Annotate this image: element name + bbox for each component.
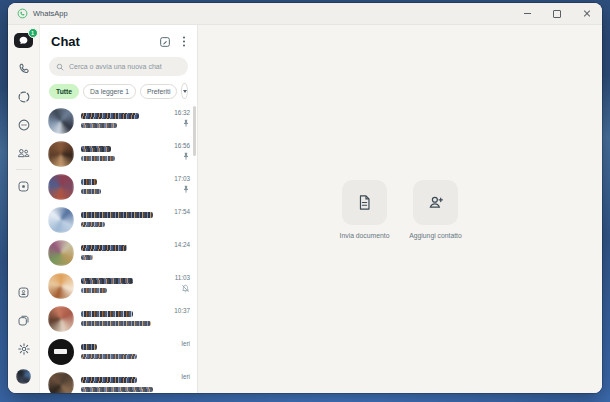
menu-icon[interactable] bbox=[182, 35, 186, 48]
chat-timestamp: 14:24 bbox=[174, 241, 190, 248]
meta-ai-icon bbox=[17, 180, 30, 193]
status-icon bbox=[17, 90, 31, 104]
nav-calls[interactable] bbox=[13, 60, 35, 77]
page-title: Chat bbox=[51, 34, 159, 49]
chat-name-redacted bbox=[81, 278, 133, 284]
search-icon bbox=[56, 63, 64, 71]
nav-rail: 1 bbox=[8, 25, 40, 393]
minimize-icon bbox=[524, 13, 531, 14]
chat-avatar bbox=[48, 372, 74, 394]
filter-all[interactable]: Tutte bbox=[49, 84, 79, 99]
chat-avatar bbox=[48, 108, 74, 134]
send-document-action[interactable]: Invia documento bbox=[336, 180, 394, 239]
chat-list-item[interactable]: Ieri bbox=[40, 368, 197, 393]
profile-avatar bbox=[16, 369, 31, 384]
chat-timestamp: Ieri bbox=[181, 373, 190, 380]
maximize-button[interactable] bbox=[542, 3, 572, 24]
chat-list-item[interactable]: 11:03 bbox=[40, 269, 197, 302]
send-document-label: Invia documento bbox=[340, 232, 390, 239]
add-contact-label: Aggiungi contatto bbox=[409, 232, 462, 239]
nav-status[interactable] bbox=[13, 88, 35, 105]
scrollbar-thumb[interactable] bbox=[193, 106, 196, 156]
nav-linked-device[interactable] bbox=[13, 284, 35, 301]
chat-message-redacted bbox=[81, 321, 151, 326]
close-button[interactable] bbox=[572, 3, 602, 24]
communities-icon bbox=[16, 146, 31, 160]
whatsapp-window: WhatsApp 1 bbox=[8, 3, 602, 393]
pin-icon bbox=[182, 152, 190, 161]
chat-list-item[interactable]: 10:37 bbox=[40, 302, 197, 335]
chat-list-item[interactable]: 17:54 bbox=[40, 203, 197, 236]
chat-name-redacted bbox=[81, 212, 153, 218]
filter-unread[interactable]: Da leggere 1 bbox=[83, 84, 136, 99]
search-placeholder: Cerca o avvia una nuova chat bbox=[69, 63, 162, 70]
chat-timestamp: Ieri bbox=[181, 340, 190, 347]
filter-more-button[interactable] bbox=[181, 83, 188, 99]
rail-divider bbox=[16, 169, 32, 170]
nav-settings[interactable] bbox=[13, 340, 35, 357]
chat-timestamp: 10:37 bbox=[174, 307, 190, 314]
chat-list-item[interactable]: 16:56 bbox=[40, 137, 197, 170]
add-contact-action[interactable]: Aggiungi contatto bbox=[407, 180, 465, 239]
chat-name-redacted bbox=[81, 113, 139, 119]
chat-avatar bbox=[48, 339, 74, 365]
desktop: { "titlebar": { "app_name": "WhatsApp" }… bbox=[0, 0, 610, 402]
main-area: Invia documento Aggiungi contatto bbox=[198, 25, 602, 393]
new-chat-icon[interactable] bbox=[159, 36, 171, 48]
mute-icon bbox=[181, 284, 190, 293]
chat-list-item[interactable]: 16:32 bbox=[40, 104, 197, 137]
chat-name-redacted bbox=[81, 179, 97, 185]
whatsapp-logo-icon bbox=[17, 8, 28, 19]
chat-avatar bbox=[48, 306, 74, 332]
device-icon bbox=[17, 286, 30, 299]
chat-message-redacted bbox=[81, 123, 117, 128]
chat-message-redacted bbox=[81, 387, 153, 392]
nav-chats[interactable]: 1 bbox=[13, 32, 35, 49]
chat-avatar bbox=[48, 273, 74, 299]
apps-icon bbox=[17, 314, 30, 327]
chat-avatar bbox=[48, 207, 74, 233]
chat-avatar bbox=[48, 174, 74, 200]
filter-chips: Tutte Da leggere 1 Preferiti bbox=[40, 76, 197, 104]
chat-avatar bbox=[48, 141, 74, 167]
chat-message-redacted bbox=[81, 255, 93, 260]
person-plus-icon bbox=[427, 193, 445, 211]
add-contact-button[interactable] bbox=[413, 180, 458, 225]
chat-name-redacted bbox=[81, 377, 137, 383]
chat-message-redacted bbox=[81, 222, 105, 227]
chat-list-item[interactable]: 14:24 bbox=[40, 236, 197, 269]
search-input[interactable]: Cerca o avvia una nuova chat bbox=[49, 57, 188, 76]
close-icon bbox=[583, 10, 591, 18]
chevron-down-icon bbox=[183, 90, 187, 93]
nav-apps[interactable] bbox=[13, 312, 35, 329]
filter-favorites[interactable]: Preferiti bbox=[140, 84, 177, 99]
nav-channels[interactable] bbox=[13, 116, 35, 133]
chat-name-redacted bbox=[81, 245, 127, 251]
nav-communities[interactable] bbox=[13, 144, 35, 161]
chat-list: 16:32 16:56 17:03 bbox=[40, 104, 197, 393]
minimize-button[interactable] bbox=[512, 3, 542, 24]
gear-icon bbox=[17, 342, 31, 356]
chat-timestamp: 16:32 bbox=[174, 109, 190, 116]
pin-icon bbox=[182, 119, 190, 128]
chat-panel: Chat Cerca o avvia una nuova chat Tutte … bbox=[40, 25, 198, 393]
chat-message-redacted bbox=[81, 156, 115, 161]
chat-message-redacted bbox=[81, 288, 107, 293]
chat-timestamp: 11:03 bbox=[175, 274, 190, 281]
chat-list-item[interactable]: 17:03 bbox=[40, 170, 197, 203]
window-title: WhatsApp bbox=[33, 9, 68, 18]
chat-name-redacted bbox=[81, 146, 111, 152]
chat-list-item[interactable]: Ieri bbox=[40, 335, 197, 368]
chat-message-redacted bbox=[81, 189, 101, 194]
nav-profile[interactable] bbox=[13, 368, 35, 385]
chat-timestamp: 17:54 bbox=[174, 208, 190, 215]
chat-message-redacted bbox=[81, 354, 137, 359]
document-icon bbox=[356, 194, 373, 211]
maximize-icon bbox=[553, 10, 561, 18]
send-document-button[interactable] bbox=[342, 180, 387, 225]
channels-icon bbox=[17, 118, 31, 132]
nav-meta-ai[interactable] bbox=[13, 178, 35, 195]
chat-avatar bbox=[48, 240, 74, 266]
chat-name-redacted bbox=[81, 344, 97, 350]
titlebar[interactable]: WhatsApp bbox=[8, 3, 602, 25]
